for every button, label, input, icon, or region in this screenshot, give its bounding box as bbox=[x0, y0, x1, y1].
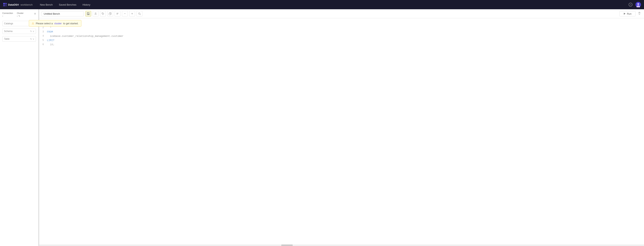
catalogs-label: Catalogs bbox=[4, 22, 13, 25]
copy-button[interactable] bbox=[107, 11, 113, 17]
alert-message-post: to get started. bbox=[63, 22, 78, 25]
alert-message-pre: Please select a bbox=[36, 22, 53, 25]
code-editor[interactable]: 1 SELECT 2 * 3 FROM 4 icebase.customer_r… bbox=[39, 18, 644, 244]
alert-cluster-link[interactable]: cluster bbox=[54, 22, 62, 25]
tag-button[interactable] bbox=[100, 11, 106, 17]
line-content-6: 10; bbox=[47, 43, 54, 47]
code-lines: 1 SELECT 2 * 3 FROM 4 icebase.customer_r… bbox=[39, 21, 644, 47]
code-line-5: 5 LIMIT bbox=[39, 38, 644, 43]
nav-new-bench[interactable]: New Bench bbox=[37, 2, 55, 7]
line-num-4: 4 bbox=[39, 34, 47, 38]
sidebar-top: Connection - Cluster - ✎ ∧ bbox=[0, 11, 38, 20]
nav-right: ? bbox=[628, 2, 641, 7]
schema-label: Schema bbox=[4, 30, 12, 33]
delete-button[interactable] bbox=[637, 11, 642, 16]
save-button[interactable] bbox=[86, 11, 91, 17]
user-avatar[interactable] bbox=[636, 2, 641, 7]
logo-text: DataOS® bbox=[8, 3, 19, 6]
svg-point-12 bbox=[95, 13, 96, 14]
nav-saved-benches[interactable]: Saved Benches bbox=[56, 2, 79, 7]
format-button[interactable] bbox=[115, 11, 120, 17]
sidebar: Connection - Cluster - ✎ ∧ Catalogs ↻ ∨ bbox=[0, 9, 38, 246]
schema-refresh-icon: ↻ bbox=[30, 30, 32, 33]
nav-links: New Bench Saved Benches History bbox=[37, 2, 623, 7]
schema-chevron-icon: ∨ bbox=[33, 30, 34, 33]
assign-user-button[interactable] bbox=[93, 11, 98, 17]
svg-point-19 bbox=[138, 13, 140, 14]
svg-rect-15 bbox=[109, 13, 110, 15]
top-navigation: DataOS®workbench New Bench Saved Benches… bbox=[0, 0, 644, 9]
svg-rect-11 bbox=[88, 14, 89, 15]
search-button[interactable] bbox=[136, 11, 142, 17]
line-content-4: icebase.customer_relationship_management… bbox=[47, 34, 124, 38]
editor-toolbar: − + Run bbox=[39, 9, 644, 18]
table-label: Table bbox=[4, 38, 10, 40]
zoom-in-button[interactable]: + bbox=[129, 11, 135, 17]
alert-banner: ⚠ Please select a cluster to get started… bbox=[29, 20, 81, 27]
logo-sub: workbench bbox=[20, 3, 33, 6]
line-num-6: 6 bbox=[39, 43, 47, 47]
code-line-1: 1 SELECT bbox=[39, 21, 644, 26]
editor-area: − + Run bbox=[39, 9, 644, 246]
svg-rect-1 bbox=[5, 3, 7, 5]
svg-text:?: ? bbox=[630, 4, 631, 6]
svg-line-20 bbox=[140, 14, 140, 15]
help-icon[interactable]: ? bbox=[628, 2, 633, 7]
code-line-4: 4 icebase.customer_relationship_manageme… bbox=[39, 34, 644, 38]
conn-cluster: Connection - Cluster - ✎ bbox=[2, 12, 24, 17]
svg-rect-0 bbox=[3, 3, 5, 5]
code-line-3: 3 FROM bbox=[39, 30, 644, 34]
line-num-5: 5 bbox=[39, 38, 47, 43]
table-refresh-icon: ↻ bbox=[30, 38, 32, 40]
warning-icon: ⚠ bbox=[32, 22, 34, 25]
cluster-value: - ✎ bbox=[17, 15, 24, 17]
run-button[interactable]: Run bbox=[620, 11, 636, 16]
nav-history[interactable]: History bbox=[80, 2, 93, 7]
schema-dropdown[interactable]: Schema ↻ ∨ bbox=[2, 29, 36, 34]
svg-rect-10 bbox=[88, 13, 88, 13]
code-line-2: 2 * bbox=[39, 26, 644, 30]
line-num-3: 3 bbox=[39, 30, 47, 34]
connection-label: Connection bbox=[2, 12, 13, 14]
sidebar-collapse-button[interactable]: ∧ bbox=[34, 12, 36, 15]
line-content-5: LIMIT bbox=[47, 38, 54, 43]
table-dropdown[interactable]: Table ↻ ∨ bbox=[2, 36, 36, 42]
logo: DataOS®workbench bbox=[3, 3, 32, 7]
svg-marker-21 bbox=[624, 13, 626, 15]
bottom-scrollbar[interactable] bbox=[39, 244, 644, 246]
scroll-thumb[interactable] bbox=[281, 244, 293, 246]
table-icons: ↻ ∨ bbox=[30, 38, 34, 40]
connection-item: Connection - bbox=[2, 12, 13, 17]
svg-point-7 bbox=[637, 3, 639, 5]
schema-icons: ↻ ∨ bbox=[30, 30, 34, 33]
svg-rect-3 bbox=[5, 5, 7, 6]
main-layout: ⚠ Please select a cluster to get started… bbox=[0, 9, 644, 246]
plus-icon: + bbox=[131, 12, 133, 15]
run-label: Run bbox=[627, 12, 632, 15]
cluster-label: Cluster bbox=[17, 12, 24, 14]
dataos-logo-icon bbox=[3, 3, 7, 7]
svg-rect-2 bbox=[3, 5, 5, 6]
code-line-6: 6 10; bbox=[39, 43, 644, 47]
line-content-3: FROM bbox=[47, 30, 53, 34]
zoom-out-button[interactable]: − bbox=[122, 11, 128, 17]
table-chevron-icon: ∨ bbox=[33, 38, 34, 40]
cluster-item: Cluster - ✎ bbox=[17, 12, 24, 17]
edit-cluster-icon[interactable]: ✎ bbox=[18, 15, 20, 17]
connection-value: - bbox=[2, 15, 13, 17]
minus-icon: − bbox=[124, 12, 126, 15]
bench-name-input[interactable] bbox=[42, 11, 84, 16]
svg-point-13 bbox=[102, 13, 103, 14]
